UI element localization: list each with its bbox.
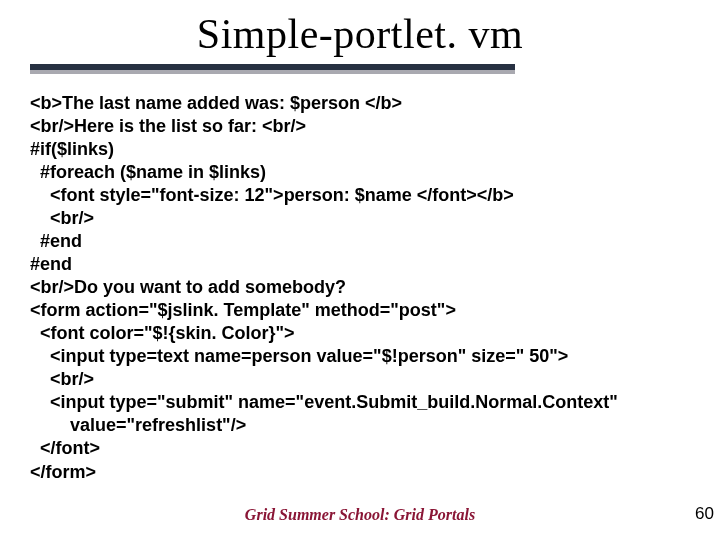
title-underline <box>30 64 515 74</box>
code-line: </form> <box>30 462 96 482</box>
slide: Simple-portlet. vm <b>The last name adde… <box>0 0 720 540</box>
code-line: <input type="submit" name="event.Submit_… <box>30 392 618 412</box>
code-line: <br/> <box>30 208 94 228</box>
rule-light <box>30 70 515 74</box>
code-line: <font color="$!{skin. Color}"> <box>30 323 295 343</box>
code-line: <br/> <box>30 369 94 389</box>
code-line: <input type=text name=person value="$!pe… <box>30 346 568 366</box>
code-line: <font style="font-size: 12">person: $nam… <box>30 185 514 205</box>
code-line: value="refreshlist"/> <box>30 415 246 435</box>
page-number: 60 <box>695 504 714 524</box>
code-line: <br/>Do you want to add somebody? <box>30 277 346 297</box>
code-line: <br/>Here is the list so far: <br/> <box>30 116 306 136</box>
code-line: </font> <box>30 438 100 458</box>
code-line: #foreach ($name in $links) <box>30 162 266 182</box>
code-block: <b>The last name added was: $person </b>… <box>30 92 690 484</box>
code-line: <form action="$jslink. Template" method=… <box>30 300 456 320</box>
code-line: <b>The last name added was: $person </b> <box>30 93 402 113</box>
slide-footer: Grid Summer School: Grid Portals <box>0 506 720 524</box>
page-title: Simple-portlet. vm <box>0 10 720 58</box>
code-line: #end <box>30 231 82 251</box>
code-line: #if($links) <box>30 139 114 159</box>
code-line: #end <box>30 254 72 274</box>
